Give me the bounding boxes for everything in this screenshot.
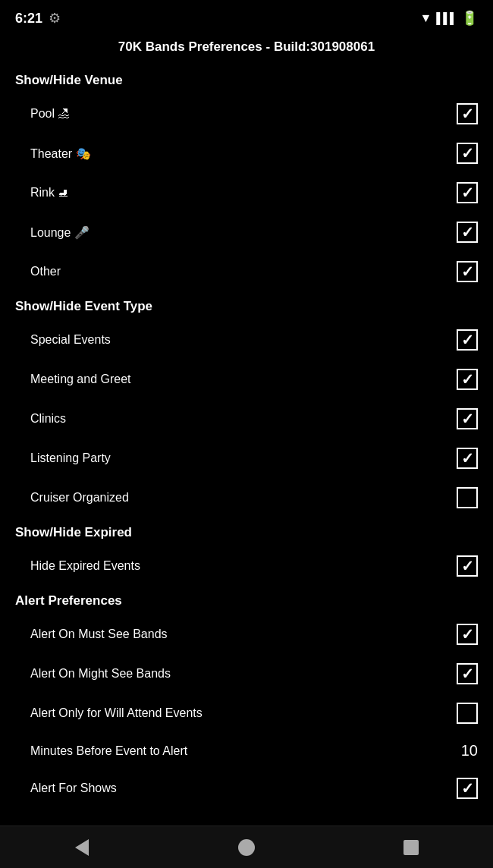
list-item-cruiser-organized[interactable]: Cruiser Organized bbox=[0, 478, 493, 517]
item-label-lounge: Lounge 🎤 bbox=[30, 225, 89, 240]
nav-bar bbox=[0, 826, 493, 868]
list-item-alert-for-shows[interactable]: Alert For Shows bbox=[0, 769, 493, 808]
section-header-show-hide-venue: Show/Hide Venue bbox=[0, 65, 493, 94]
checkbox-theater[interactable] bbox=[457, 143, 478, 164]
checkbox-alert-for-shows[interactable] bbox=[457, 778, 478, 799]
battery-icon: 🔋 bbox=[461, 10, 478, 27]
item-label-alert-will-attend: Alert Only for Will Attend Events bbox=[30, 706, 203, 720]
item-label-clinics: Clinics bbox=[30, 412, 66, 426]
wifi-icon: ▼ bbox=[419, 11, 432, 25]
checkbox-listening-party[interactable] bbox=[457, 448, 478, 469]
list-item-other[interactable]: Other bbox=[0, 252, 493, 291]
status-time: 6:21 bbox=[15, 11, 42, 27]
content-area: Show/Hide VenuePool 🏖Theater 🎭Rink ⛸Loun… bbox=[0, 65, 493, 861]
list-item-alert-must-see[interactable]: Alert On Must See Bands bbox=[0, 615, 493, 654]
section-header-show-hide-expired: Show/Hide Expired bbox=[0, 517, 493, 546]
item-label-theater: Theater 🎭 bbox=[30, 146, 91, 161]
item-label-alert-must-see: Alert On Must See Bands bbox=[30, 627, 168, 641]
item-label-hide-expired-events: Hide Expired Events bbox=[30, 559, 140, 573]
checkbox-cruiser-organized[interactable] bbox=[457, 487, 478, 508]
home-icon bbox=[238, 839, 255, 856]
item-label-alert-might-see: Alert On Might See Bands bbox=[30, 667, 171, 681]
back-icon bbox=[75, 839, 89, 856]
list-item-lounge[interactable]: Lounge 🎤 bbox=[0, 212, 493, 252]
status-icons: ▼ ▌▌▌ 🔋 bbox=[419, 10, 478, 27]
checkbox-hide-expired-events[interactable] bbox=[457, 555, 478, 577]
list-item-clinics[interactable]: Clinics bbox=[0, 399, 493, 439]
checkbox-alert-must-see[interactable] bbox=[457, 624, 478, 645]
checkbox-clinics[interactable] bbox=[457, 408, 478, 429]
checkbox-alert-will-attend[interactable] bbox=[457, 703, 478, 724]
list-item-pool[interactable]: Pool 🏖 bbox=[0, 94, 493, 134]
gear-icon: ⚙ bbox=[49, 10, 61, 27]
list-item-theater[interactable]: Theater 🎭 bbox=[0, 134, 493, 173]
list-item-meeting-and-greet[interactable]: Meeting and Greet bbox=[0, 360, 493, 399]
recent-icon bbox=[404, 840, 419, 855]
item-label-cruiser-organized: Cruiser Organized bbox=[30, 491, 129, 505]
item-label-meeting-and-greet: Meeting and Greet bbox=[30, 373, 131, 386]
list-item-special-events[interactable]: Special Events bbox=[0, 320, 493, 360]
status-bar: 6:21 ⚙ ▼ ▌▌▌ 🔋 bbox=[0, 0, 493, 33]
section-header-alert-preferences: Alert Preferences bbox=[0, 586, 493, 615]
item-label-special-events: Special Events bbox=[30, 333, 111, 347]
item-label-listening-party: Listening Party bbox=[30, 451, 111, 465]
item-label-minutes-before: Minutes Before Event to Alert bbox=[30, 744, 187, 758]
checkbox-meeting-and-greet[interactable] bbox=[457, 369, 478, 390]
section-header-show-hide-event-type: Show/Hide Event Type bbox=[0, 291, 493, 320]
item-label-alert-for-shows: Alert For Shows bbox=[30, 782, 117, 795]
recent-button[interactable] bbox=[396, 832, 426, 863]
page-title: 70K Bands Preferences - Build:301908061 bbox=[0, 33, 493, 65]
list-item-alert-will-attend[interactable]: Alert Only for Will Attend Events bbox=[0, 693, 493, 733]
list-item-listening-party[interactable]: Listening Party bbox=[0, 439, 493, 478]
value-minutes-before: 10 bbox=[461, 742, 478, 760]
home-button[interactable] bbox=[231, 832, 262, 863]
checkbox-rink[interactable] bbox=[457, 182, 478, 203]
checkbox-lounge[interactable] bbox=[457, 222, 478, 243]
back-button[interactable] bbox=[67, 832, 97, 863]
checkbox-other[interactable] bbox=[457, 261, 478, 282]
list-item-alert-might-see[interactable]: Alert On Might See Bands bbox=[0, 654, 493, 693]
item-label-rink: Rink ⛸ bbox=[30, 186, 70, 200]
list-item-rink[interactable]: Rink ⛸ bbox=[0, 173, 493, 212]
list-item-minutes-before[interactable]: Minutes Before Event to Alert10 bbox=[0, 733, 493, 769]
list-item-hide-expired-events[interactable]: Hide Expired Events bbox=[0, 546, 493, 586]
item-label-pool: Pool 🏖 bbox=[30, 107, 70, 121]
item-label-other: Other bbox=[30, 265, 61, 278]
signal-icon: ▌▌▌ bbox=[436, 12, 457, 24]
checkbox-alert-might-see[interactable] bbox=[457, 663, 478, 684]
checkbox-pool[interactable] bbox=[457, 103, 478, 124]
checkbox-special-events[interactable] bbox=[457, 329, 478, 351]
